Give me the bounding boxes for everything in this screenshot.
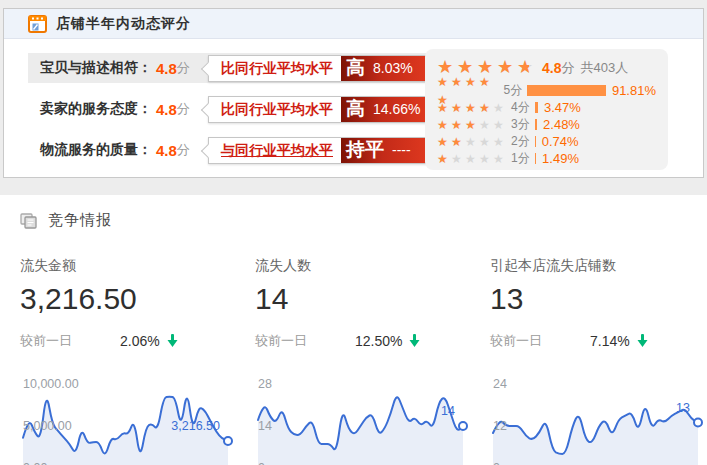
ratings-panel-header: 店铺半年内动态评分: [4, 9, 703, 39]
compare-label: 较前一日: [490, 332, 590, 350]
svg-text:12: 12: [493, 419, 507, 433]
svg-text:10,000.00: 10,000.00: [23, 377, 79, 391]
down-arrow-icon: [408, 334, 421, 348]
svg-text:0.00: 0.00: [23, 461, 47, 465]
dist-bar: [527, 85, 606, 96]
rating-summary-panel: ★★★★★★★★★★ 4.8分 共403人 ★★★★★★★★★★ 5分 91.8…: [425, 49, 668, 170]
panel-title: 店铺半年内动态评分: [56, 15, 191, 33]
compare-delta: ----: [392, 142, 411, 158]
change-percent: 7.14%: [590, 333, 630, 349]
dist-row-3: ★★★★★★★★★★ 3分 2.48%: [437, 116, 656, 132]
svg-text:14: 14: [258, 419, 272, 433]
dist-label: 1分: [511, 150, 530, 167]
compare-text: 比同行业平均水平: [209, 56, 341, 81]
rating-score: 4.8: [156, 142, 177, 159]
rating-score: 4.8: [156, 60, 177, 77]
documents-icon: [20, 213, 38, 229]
svg-text:5,000.00: 5,000.00: [23, 419, 72, 433]
svg-text:3,216.50: 3,216.50: [171, 419, 220, 433]
compare-delta: 8.03%: [373, 60, 413, 76]
compare-verdict: 高: [346, 96, 365, 122]
compare-previous-day: 较前一日 2.06%: [20, 332, 235, 350]
compare-result: 高 14.66%: [341, 97, 433, 122]
metric-value: 13: [490, 282, 705, 316]
rating-row-logistics: 物流服务的质量：4.8分 与同行业平均水平 持平 ----: [28, 135, 426, 165]
metric-card-lost-shops: 引起本店流失店铺数 13 较前一日 7.14% 24 12 0 13: [490, 257, 705, 465]
dist-percent: 91.81%: [612, 83, 656, 98]
dist-label: 2分: [511, 133, 530, 150]
compare-label: 较前一日: [255, 332, 355, 350]
dist-percent: 1.49%: [542, 151, 579, 166]
lost-people-trend-chart[interactable]: 28 14 0 14: [255, 372, 470, 465]
star-rating-icon: ★★★★★★★★★★: [437, 132, 507, 150]
dist-label: 4分: [511, 99, 530, 116]
metric-value: 3,216.50: [20, 282, 235, 316]
metric-value: 14: [255, 282, 470, 316]
rating-label: 卖家的服务态度：: [40, 100, 152, 118]
compare-label: 较前一日: [20, 332, 120, 350]
compare-result: 高 8.03%: [341, 56, 433, 81]
rating-label: 物流服务的质量：: [40, 141, 152, 159]
compare-previous-day: 较前一日 7.14%: [490, 332, 705, 350]
dist-label: 3分: [511, 116, 530, 133]
rating-row-service: 卖家的服务态度：4.8分 比同行业平均水平 高 14.66%: [28, 94, 426, 124]
compare-delta: 14.66%: [373, 101, 420, 117]
rating-unit: 分: [177, 100, 190, 118]
overall-score: 4.8: [542, 60, 561, 76]
dist-bar: [535, 119, 537, 130]
metric-card-lost-people: 流失人数 14 较前一日 12.50% 28 14 0 14: [255, 257, 470, 465]
compare-previous-day: 较前一日 12.50%: [255, 332, 470, 350]
rating-count: 共403人: [580, 59, 628, 77]
dist-bar: [535, 153, 536, 164]
metric-label: 流失人数: [255, 257, 470, 275]
star-rating-icon: ★★★★★★★★★★: [437, 98, 507, 116]
svg-text:0: 0: [493, 461, 500, 465]
competition-header: 竞争情报: [0, 195, 707, 230]
svg-text:0: 0: [258, 461, 265, 465]
compare-verdict: 高: [346, 55, 365, 81]
change-percent: 12.50%: [355, 333, 402, 349]
dist-bar: [535, 102, 538, 113]
dist-row-1: ★★★★★★★★★★ 1分 1.49%: [437, 150, 656, 166]
svg-text:13: 13: [676, 401, 690, 415]
dist-bar: [535, 136, 536, 147]
svg-text:28: 28: [258, 377, 272, 391]
rating-unit: 分: [177, 141, 190, 159]
change-percent: 2.06%: [120, 333, 160, 349]
rating-row-description: 宝贝与描述相符：4.8分 比同行业平均水平 高 8.03%: [28, 53, 426, 83]
metric-label: 流失金额: [20, 257, 235, 275]
rating-score: 4.8: [156, 101, 177, 118]
metric-card-lost-amount: 流失金额 3,216.50 较前一日 2.06% 10,000.00 5,000…: [20, 257, 235, 465]
compare-verdict: 持平: [346, 137, 384, 163]
metrics-row: 流失金额 3,216.50 较前一日 2.06% 10,000.00 5,000…: [0, 257, 707, 465]
down-arrow-icon: [166, 334, 179, 348]
compare-text: 与同行业平均水平: [209, 138, 341, 163]
lost-amount-trend-chart[interactable]: 10,000.00 5,000.00 0.00 3,216.50: [20, 372, 235, 465]
ratings-panel: 店铺半年内动态评分 宝贝与描述相符：4.8分 比同行业平均水平 高 8.03% …: [3, 8, 704, 178]
competition-panel: 竞争情报 流失金额 3,216.50 较前一日 2.06% 10,000.00 …: [0, 195, 707, 465]
lost-shops-trend-chart[interactable]: 24 12 0 13: [490, 372, 705, 465]
dist-row-5: ★★★★★★★★★★ 5分 91.81%: [437, 82, 656, 98]
svg-text:24: 24: [493, 377, 507, 391]
svg-text:14: 14: [441, 404, 455, 418]
storefront-icon: [28, 15, 47, 33]
dist-percent: 0.74%: [542, 134, 579, 149]
star-rating-icon: ★★★★★★★★★★: [437, 149, 507, 167]
compare-result: 持平 ----: [341, 138, 433, 163]
dist-row-2: ★★★★★★★★★★ 2分 0.74%: [437, 133, 656, 149]
section-title: 竞争情报: [48, 211, 112, 230]
rating-unit: 分: [177, 59, 190, 77]
dist-percent: 3.47%: [544, 100, 581, 115]
dist-percent: 2.48%: [543, 117, 580, 132]
rating-rows: 宝贝与描述相符：4.8分 比同行业平均水平 高 8.03% 卖家的服务态度：4.…: [28, 53, 426, 176]
star-rating-icon: ★★★★★★★★★★: [437, 115, 507, 133]
overall-score-unit: 分: [561, 59, 574, 77]
compare-text: 比同行业平均水平: [209, 97, 341, 122]
rating-label: 宝贝与描述相符：: [40, 59, 152, 77]
industry-compare-badge: 比同行业平均水平 高 8.03%: [208, 55, 434, 82]
industry-compare-badge: 与同行业平均水平 持平 ----: [208, 137, 434, 164]
dist-label: 5分: [504, 82, 523, 99]
industry-compare-badge: 比同行业平均水平 高 14.66%: [208, 96, 434, 123]
dist-row-4: ★★★★★★★★★★ 4分 3.47%: [437, 99, 656, 115]
down-arrow-icon: [636, 334, 649, 348]
